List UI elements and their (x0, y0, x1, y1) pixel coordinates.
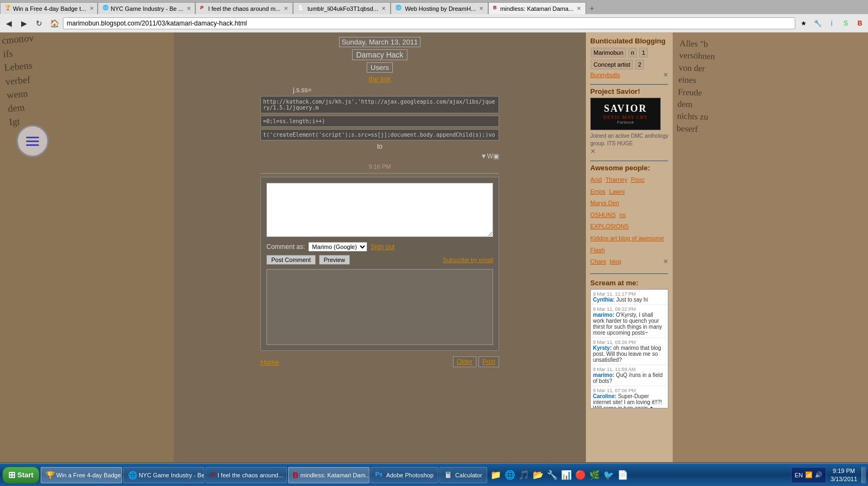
extensions-icon[interactable]: 🔧 (812, 17, 824, 29)
tab-close-1[interactable]: ✕ (90, 5, 94, 11)
person-ns[interactable]: ns (620, 212, 626, 218)
reload-button[interactable]: ↻ (33, 17, 46, 30)
people-close-icon[interactable]: ✕ (663, 256, 668, 268)
code-block-2: =0;l=ss.length;i++) (260, 116, 499, 127)
chat-date-0: 9 Mar 11, 11:17 PM (593, 291, 666, 297)
person-marys-den[interactable]: Marys Den (590, 200, 619, 206)
share-icons[interactable]: ▼W▣ (260, 152, 499, 160)
older-post-links: Older Post (453, 356, 499, 367)
sidebar-close-icon[interactable]: ✕ (663, 71, 668, 79)
the-link[interactable]: the link (368, 75, 391, 83)
marimobun-link[interactable]: Marimobun (591, 48, 626, 57)
tab-2[interactable]: 🌐 NYC Game Industry - Be ... ✕ (98, 2, 195, 14)
address-bar[interactable] (63, 17, 795, 29)
person-lawni[interactable]: Lawni (609, 188, 625, 195)
bunnybutts-link[interactable]: Bunnybutts (590, 72, 620, 78)
new-tab-button[interactable]: + (586, 2, 598, 14)
taskbar-ie-icon[interactable]: 🌐 (505, 470, 515, 480)
sign-out-link[interactable]: Sign out (371, 243, 394, 251)
person-emps[interactable]: Emps (590, 188, 605, 195)
taskbar-item-0[interactable]: 🏆 Win a Free 4-day Badge t... (41, 467, 122, 483)
subscribe-link[interactable]: Subscribe by email (443, 257, 493, 263)
tab-6[interactable]: B mindless: Katamari Dama... ✕ (488, 2, 586, 14)
person-chars[interactable]: Chars (590, 258, 606, 265)
cursor-line-2 (26, 140, 39, 142)
preview-button[interactable]: Preview (319, 255, 350, 265)
sidebar: Bunticulated Blogging Marimobun n 1 Conc… (586, 33, 673, 462)
tab-favicon-3: P (200, 5, 206, 12)
nav-right: ★ 🔧 i S B (797, 17, 866, 29)
person-blog[interactable]: blog (610, 258, 621, 265)
post-link[interactable]: Post (478, 356, 499, 367)
bookmark-star-icon[interactable]: ★ (797, 17, 809, 29)
comment-as-select[interactable]: Marimo (Google) (308, 242, 367, 252)
taskbar-media-icon[interactable]: 🎵 (519, 470, 529, 480)
taskbar-winexplorer-icon[interactable]: 📂 (533, 470, 544, 480)
post-date: Sunday, March 13, 2011 (260, 38, 499, 46)
bg-left: cmottovifsLebensverbefwenndemIgt (0, 33, 174, 462)
sync-icon[interactable]: S (840, 17, 852, 29)
taskbar-app2-icon[interactable]: 📊 (561, 470, 572, 480)
post-date-text: Sunday, March 13, 2011 (339, 37, 421, 47)
taskbar-app4-icon[interactable]: 🌿 (589, 470, 600, 480)
start-button[interactable]: ⊞ Start (2, 466, 40, 484)
divider (260, 173, 499, 174)
person-pooc[interactable]: Pooc (631, 176, 644, 183)
taskbar-favicon-3: B (293, 471, 298, 479)
home-link[interactable]: Home (260, 358, 279, 366)
taskbar-app6-icon[interactable]: 📄 (617, 470, 628, 480)
taskbar-item-calc[interactable]: 🖩 Calculator (439, 467, 487, 483)
num1-label: 1 (639, 48, 648, 57)
taskbar-item-1[interactable]: 🌐 NYC Game Industry - Be... (123, 467, 205, 483)
num2-label: 2 (635, 60, 644, 69)
tab-3[interactable]: P I feel the chaos around m... ✕ (195, 2, 293, 14)
post-comment-button[interactable]: Post Comment (266, 255, 316, 265)
comment-as-label: Comment as: (266, 243, 305, 251)
post-time: 9:16 PM (260, 163, 499, 170)
taskbar-app3-icon[interactable]: 🔴 (575, 470, 586, 480)
tab-close-3[interactable]: ✕ (284, 5, 288, 11)
back-button[interactable]: ◀ (2, 17, 15, 30)
tab-4[interactable]: 📄 tumblr_li04ukFo3T1qbsd... ✕ (293, 2, 391, 14)
taskbar-winlib-icon[interactable]: 📁 (490, 470, 501, 480)
taskbar-item-2[interactable]: P I feel the chaos around... (206, 467, 287, 483)
person-flash[interactable]: Flash (590, 247, 605, 253)
tab-close-5[interactable]: ✕ (479, 5, 483, 11)
comment-textarea[interactable] (266, 183, 493, 237)
tab-label-3: I feel the chaos around m... (208, 5, 280, 12)
concept-artist-link[interactable]: Concept artist (591, 60, 633, 69)
blog-area: Sunday, March 13, 2011 Damacy Hack Users… (174, 33, 586, 462)
older-link[interactable]: Older (453, 356, 476, 367)
person-kiddos[interactable]: Kiddos art blog of awesome (590, 235, 664, 241)
volume-icon: 🔊 (815, 471, 822, 478)
bg-text-left: cmottovifsLebensverbefwenndemIgt (0, 33, 47, 135)
taskbar-item-ps[interactable]: Ps Adobe Photoshop (371, 467, 438, 483)
person-explosions[interactable]: EXPLOSIONS (590, 223, 629, 229)
taskbar: ⊞ Start 🏆 Win a Free 4-day Badge t... 🌐 … (0, 463, 868, 486)
taskbar-app1-icon[interactable]: 🔧 (547, 470, 558, 480)
forward-button[interactable]: ▶ (17, 17, 30, 30)
savior-image[interactable]: SAVIOR DEVIL MAY CRY Fanbook (590, 98, 661, 130)
profile-icon[interactable]: i (826, 17, 838, 29)
tab-close-4[interactable]: ✕ (381, 5, 386, 11)
home-button[interactable]: 🏠 (48, 17, 61, 30)
scream-chatbox[interactable]: 9 Mar 11, 11:17 PM Cynthia: Just to say … (590, 289, 668, 408)
tab-5[interactable]: 🌐 Web Hosting by DreamH... ✕ (391, 2, 488, 14)
tab-close-6[interactable]: ✕ (577, 5, 581, 11)
person-acid[interactable]: Acid (590, 176, 602, 183)
cursor-circle (16, 125, 49, 157)
blogger-icon[interactable]: B (854, 17, 866, 29)
show-desktop-button[interactable] (861, 467, 866, 483)
savior-close-icon[interactable]: ✕ (590, 148, 596, 155)
comment-box2[interactable] (266, 269, 493, 345)
person-oshuns[interactable]: OSHUNS (590, 212, 616, 218)
taskbar-app5-icon[interactable]: 🐦 (603, 470, 614, 480)
chat-date-4: 9 Mar 11, 07:06 PM (593, 388, 666, 393)
chat-date-3: 9 Mar 11, 11:59 AM (593, 367, 666, 372)
tab-close-2[interactable]: ✕ (187, 5, 191, 11)
tab-1[interactable]: 🏆 Win a Free 4-day Badge t... ✕ (0, 2, 98, 14)
code-block-3: t('createElement('script');s.src=ss[j];d… (260, 129, 499, 140)
person-tharney[interactable]: Tharney (605, 176, 627, 183)
taskbar-item-3[interactable]: B mindless: Katamari Dam... (288, 467, 369, 483)
chat-date-1: 9 Mar 11, 09:22 PM (593, 306, 666, 312)
